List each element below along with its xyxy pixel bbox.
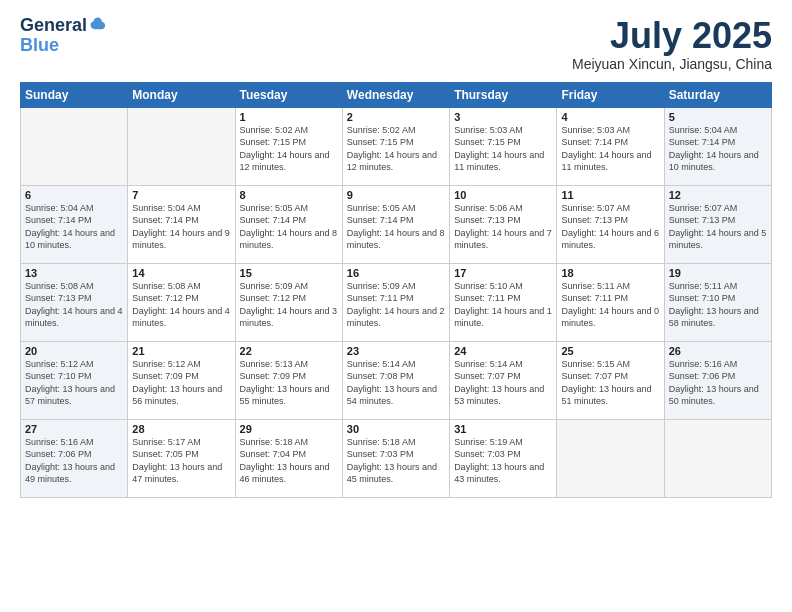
calendar-cell: 30Sunrise: 5:18 AMSunset: 7:03 PMDayligh…	[342, 419, 449, 497]
calendar-cell: 13Sunrise: 5:08 AMSunset: 7:13 PMDayligh…	[21, 263, 128, 341]
day-info: Sunrise: 5:16 AMSunset: 7:06 PMDaylight:…	[669, 358, 767, 408]
calendar-cell: 14Sunrise: 5:08 AMSunset: 7:12 PMDayligh…	[128, 263, 235, 341]
day-number: 12	[669, 189, 767, 201]
day-number: 19	[669, 267, 767, 279]
day-number: 30	[347, 423, 445, 435]
day-number: 9	[347, 189, 445, 201]
day-info: Sunrise: 5:02 AMSunset: 7:15 PMDaylight:…	[347, 124, 445, 174]
calendar-cell: 7Sunrise: 5:04 AMSunset: 7:14 PMDaylight…	[128, 185, 235, 263]
calendar-cell: 28Sunrise: 5:17 AMSunset: 7:05 PMDayligh…	[128, 419, 235, 497]
calendar-cell: 5Sunrise: 5:04 AMSunset: 7:14 PMDaylight…	[664, 107, 771, 185]
calendar-cell: 23Sunrise: 5:14 AMSunset: 7:08 PMDayligh…	[342, 341, 449, 419]
weekday-header-thursday: Thursday	[450, 82, 557, 107]
day-number: 13	[25, 267, 123, 279]
logo-text-line1: General	[20, 16, 87, 36]
calendar-cell: 26Sunrise: 5:16 AMSunset: 7:06 PMDayligh…	[664, 341, 771, 419]
day-info: Sunrise: 5:16 AMSunset: 7:06 PMDaylight:…	[25, 436, 123, 486]
calendar-cell	[664, 419, 771, 497]
day-info: Sunrise: 5:04 AMSunset: 7:14 PMDaylight:…	[132, 202, 230, 252]
day-info: Sunrise: 5:18 AMSunset: 7:03 PMDaylight:…	[347, 436, 445, 486]
week-row-4: 20Sunrise: 5:12 AMSunset: 7:10 PMDayligh…	[21, 341, 772, 419]
calendar-cell: 16Sunrise: 5:09 AMSunset: 7:11 PMDayligh…	[342, 263, 449, 341]
weekday-header-sunday: Sunday	[21, 82, 128, 107]
day-info: Sunrise: 5:19 AMSunset: 7:03 PMDaylight:…	[454, 436, 552, 486]
calendar-cell: 27Sunrise: 5:16 AMSunset: 7:06 PMDayligh…	[21, 419, 128, 497]
location: Meiyuan Xincun, Jiangsu, China	[572, 56, 772, 72]
calendar-cell: 19Sunrise: 5:11 AMSunset: 7:10 PMDayligh…	[664, 263, 771, 341]
weekday-header-tuesday: Tuesday	[235, 82, 342, 107]
weekday-header-monday: Monday	[128, 82, 235, 107]
day-number: 21	[132, 345, 230, 357]
calendar-cell: 8Sunrise: 5:05 AMSunset: 7:14 PMDaylight…	[235, 185, 342, 263]
week-row-2: 6Sunrise: 5:04 AMSunset: 7:14 PMDaylight…	[21, 185, 772, 263]
week-row-3: 13Sunrise: 5:08 AMSunset: 7:13 PMDayligh…	[21, 263, 772, 341]
calendar-cell: 11Sunrise: 5:07 AMSunset: 7:13 PMDayligh…	[557, 185, 664, 263]
day-info: Sunrise: 5:04 AMSunset: 7:14 PMDaylight:…	[669, 124, 767, 174]
day-number: 31	[454, 423, 552, 435]
day-number: 22	[240, 345, 338, 357]
calendar-cell: 24Sunrise: 5:14 AMSunset: 7:07 PMDayligh…	[450, 341, 557, 419]
calendar-cell: 10Sunrise: 5:06 AMSunset: 7:13 PMDayligh…	[450, 185, 557, 263]
day-info: Sunrise: 5:12 AMSunset: 7:10 PMDaylight:…	[25, 358, 123, 408]
day-info: Sunrise: 5:05 AMSunset: 7:14 PMDaylight:…	[347, 202, 445, 252]
calendar-cell: 29Sunrise: 5:18 AMSunset: 7:04 PMDayligh…	[235, 419, 342, 497]
calendar-cell	[557, 419, 664, 497]
calendar-cell: 18Sunrise: 5:11 AMSunset: 7:11 PMDayligh…	[557, 263, 664, 341]
day-number: 2	[347, 111, 445, 123]
day-info: Sunrise: 5:11 AMSunset: 7:11 PMDaylight:…	[561, 280, 659, 330]
day-info: Sunrise: 5:14 AMSunset: 7:08 PMDaylight:…	[347, 358, 445, 408]
day-info: Sunrise: 5:17 AMSunset: 7:05 PMDaylight:…	[132, 436, 230, 486]
page: General Blue July 2025 Meiyuan Xincun, J…	[0, 0, 792, 612]
calendar-cell: 1Sunrise: 5:02 AMSunset: 7:15 PMDaylight…	[235, 107, 342, 185]
calendar-table: SundayMondayTuesdayWednesdayThursdayFrid…	[20, 82, 772, 498]
weekday-header-wednesday: Wednesday	[342, 82, 449, 107]
day-info: Sunrise: 5:05 AMSunset: 7:14 PMDaylight:…	[240, 202, 338, 252]
day-number: 5	[669, 111, 767, 123]
logo-icon	[89, 16, 107, 34]
weekday-header-row: SundayMondayTuesdayWednesdayThursdayFrid…	[21, 82, 772, 107]
day-info: Sunrise: 5:12 AMSunset: 7:09 PMDaylight:…	[132, 358, 230, 408]
day-number: 20	[25, 345, 123, 357]
day-number: 15	[240, 267, 338, 279]
day-number: 11	[561, 189, 659, 201]
day-number: 17	[454, 267, 552, 279]
weekday-header-friday: Friday	[557, 82, 664, 107]
day-info: Sunrise: 5:09 AMSunset: 7:11 PMDaylight:…	[347, 280, 445, 330]
day-number: 29	[240, 423, 338, 435]
day-info: Sunrise: 5:14 AMSunset: 7:07 PMDaylight:…	[454, 358, 552, 408]
calendar-cell: 12Sunrise: 5:07 AMSunset: 7:13 PMDayligh…	[664, 185, 771, 263]
day-info: Sunrise: 5:13 AMSunset: 7:09 PMDaylight:…	[240, 358, 338, 408]
calendar-cell: 6Sunrise: 5:04 AMSunset: 7:14 PMDaylight…	[21, 185, 128, 263]
calendar-cell: 17Sunrise: 5:10 AMSunset: 7:11 PMDayligh…	[450, 263, 557, 341]
day-number: 24	[454, 345, 552, 357]
logo: General Blue	[20, 16, 107, 56]
day-number: 6	[25, 189, 123, 201]
calendar-cell: 2Sunrise: 5:02 AMSunset: 7:15 PMDaylight…	[342, 107, 449, 185]
logo-text-line2: Blue	[20, 35, 59, 55]
day-info: Sunrise: 5:08 AMSunset: 7:12 PMDaylight:…	[132, 280, 230, 330]
day-info: Sunrise: 5:04 AMSunset: 7:14 PMDaylight:…	[25, 202, 123, 252]
day-number: 8	[240, 189, 338, 201]
day-info: Sunrise: 5:06 AMSunset: 7:13 PMDaylight:…	[454, 202, 552, 252]
weekday-header-saturday: Saturday	[664, 82, 771, 107]
day-number: 18	[561, 267, 659, 279]
day-info: Sunrise: 5:09 AMSunset: 7:12 PMDaylight:…	[240, 280, 338, 330]
day-number: 1	[240, 111, 338, 123]
calendar-cell: 22Sunrise: 5:13 AMSunset: 7:09 PMDayligh…	[235, 341, 342, 419]
title-area: July 2025 Meiyuan Xincun, Jiangsu, China	[572, 16, 772, 72]
day-info: Sunrise: 5:03 AMSunset: 7:15 PMDaylight:…	[454, 124, 552, 174]
day-number: 23	[347, 345, 445, 357]
day-number: 27	[25, 423, 123, 435]
calendar-cell: 25Sunrise: 5:15 AMSunset: 7:07 PMDayligh…	[557, 341, 664, 419]
day-number: 28	[132, 423, 230, 435]
day-number: 7	[132, 189, 230, 201]
day-number: 3	[454, 111, 552, 123]
day-number: 26	[669, 345, 767, 357]
week-row-5: 27Sunrise: 5:16 AMSunset: 7:06 PMDayligh…	[21, 419, 772, 497]
calendar-cell: 4Sunrise: 5:03 AMSunset: 7:14 PMDaylight…	[557, 107, 664, 185]
calendar-cell	[21, 107, 128, 185]
calendar-cell: 3Sunrise: 5:03 AMSunset: 7:15 PMDaylight…	[450, 107, 557, 185]
calendar-cell: 31Sunrise: 5:19 AMSunset: 7:03 PMDayligh…	[450, 419, 557, 497]
day-number: 14	[132, 267, 230, 279]
week-row-1: 1Sunrise: 5:02 AMSunset: 7:15 PMDaylight…	[21, 107, 772, 185]
